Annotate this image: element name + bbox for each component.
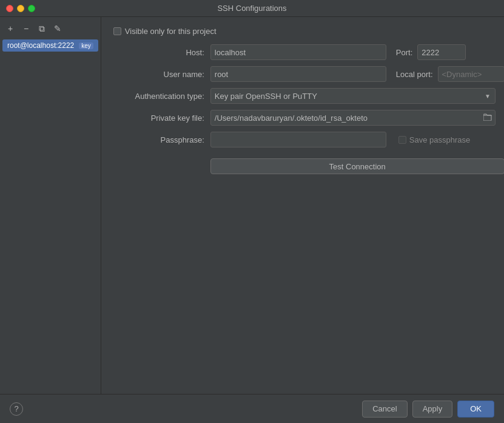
visible-only-label: Visible only for this project bbox=[125, 27, 217, 36]
main-content: + − ⧉ ✎ root@localhost:2222 key Visible … bbox=[0, 17, 504, 394]
sidebar-item-label: root@localhost:2222 bbox=[7, 41, 74, 50]
traffic-lights bbox=[6, 5, 35, 12]
close-button[interactable] bbox=[6, 5, 13, 12]
local-port-label: Local port: bbox=[396, 70, 433, 79]
username-label: User name: bbox=[113, 70, 210, 79]
add-config-button[interactable]: + bbox=[4, 22, 17, 35]
cancel-button[interactable]: Cancel bbox=[362, 401, 407, 418]
port-label: Port: bbox=[396, 48, 412, 57]
passphrase-row: Passphrase: Save passphrase bbox=[113, 132, 504, 147]
remove-config-button[interactable]: − bbox=[19, 22, 33, 35]
port-group: Port: bbox=[396, 44, 466, 60]
host-label: Host: bbox=[113, 48, 210, 57]
visible-only-row: Visible only for this project bbox=[113, 27, 504, 36]
local-port-input[interactable] bbox=[438, 66, 504, 82]
title-bar: SSH Configurations bbox=[0, 0, 504, 17]
private-key-row: Private key file: bbox=[113, 110, 504, 126]
port-input[interactable] bbox=[417, 44, 466, 60]
sidebar-toolbar: + − ⧉ ✎ bbox=[0, 21, 101, 39]
bottom-bar: ? Cancel Apply OK bbox=[0, 394, 504, 423]
sidebar-item-root-localhost[interactable]: root@localhost:2222 key bbox=[2, 39, 98, 52]
sidebar: + − ⧉ ✎ root@localhost:2222 key bbox=[0, 17, 101, 394]
maximize-button[interactable] bbox=[28, 5, 35, 12]
browse-folder-button[interactable] bbox=[482, 112, 493, 124]
auth-type-label: Authentication type: bbox=[113, 92, 210, 101]
svg-rect-0 bbox=[483, 115, 491, 121]
bottom-right-buttons: Cancel Apply OK bbox=[362, 401, 494, 418]
save-passphrase-label: Save passphrase bbox=[409, 135, 470, 144]
minimize-button[interactable] bbox=[17, 5, 24, 12]
passphrase-input[interactable] bbox=[210, 132, 386, 147]
local-port-group: Local port: bbox=[396, 66, 504, 82]
host-row: Host: Port: bbox=[113, 44, 504, 60]
passphrase-input-group: Save passphrase bbox=[210, 132, 470, 147]
username-row: User name: Local port: bbox=[113, 66, 504, 82]
private-key-wrapper bbox=[210, 110, 496, 126]
private-key-label: Private key file: bbox=[113, 113, 210, 123]
test-connection-button[interactable]: Test Connection bbox=[210, 158, 504, 174]
right-panel: Visible only for this project Host: Port… bbox=[101, 17, 504, 394]
passphrase-label: Passphrase: bbox=[113, 135, 210, 144]
copy-config-button[interactable]: ⧉ bbox=[35, 22, 49, 35]
auth-select-wrapper: Key pair OpenSSH or PuTTY Password OpenS… bbox=[210, 88, 496, 104]
ok-button[interactable]: OK bbox=[457, 401, 494, 418]
save-passphrase-checkbox[interactable] bbox=[398, 136, 406, 144]
private-key-input[interactable] bbox=[210, 110, 496, 126]
key-badge: key bbox=[79, 42, 93, 49]
auth-type-row: Authentication type: Key pair OpenSSH or… bbox=[113, 88, 504, 104]
host-input[interactable] bbox=[210, 44, 386, 60]
help-button[interactable]: ? bbox=[10, 402, 23, 416]
save-passphrase-group: Save passphrase bbox=[398, 135, 470, 144]
username-input[interactable] bbox=[210, 66, 386, 82]
auth-type-select[interactable]: Key pair OpenSSH or PuTTY Password OpenS… bbox=[210, 88, 496, 104]
visible-only-checkbox[interactable] bbox=[113, 27, 121, 35]
apply-button[interactable]: Apply bbox=[412, 401, 453, 418]
window-title: SSH Configurations bbox=[217, 4, 286, 13]
edit-config-button[interactable]: ✎ bbox=[51, 22, 64, 35]
